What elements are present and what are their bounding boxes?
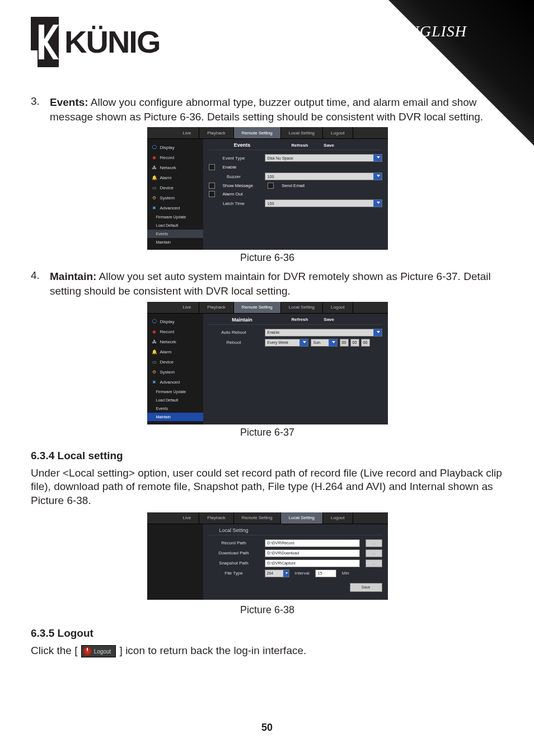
chevron-down-icon	[377, 156, 380, 158]
select-file-type[interactable]: 264	[265, 570, 289, 577]
sidebar-subitem-load-default[interactable]: Load Default	[147, 221, 203, 230]
tab-live[interactable]: Live	[175, 512, 200, 524]
sidebar-item-alarm[interactable]: 🔔Alarm	[147, 347, 203, 357]
figure-caption: Picture 6-36	[31, 252, 504, 264]
device-icon: ▭	[152, 185, 157, 190]
sidebar-item-system[interactable]: ⚙System	[147, 193, 203, 203]
input-snapshot-path[interactable]: D:\DVR\Capture	[265, 559, 360, 567]
logout-text-post: ] icon to return back the log-in interfa…	[120, 645, 307, 656]
tab-remote-setting[interactable]: Remote Setting	[234, 302, 281, 313]
panel-title: Maintain	[209, 317, 276, 323]
monitor-icon: 🖵	[152, 319, 157, 325]
screenshot-maintain-settings: Live Playback Remote Setting Local Setti…	[147, 302, 388, 424]
label-file-type: File Type	[209, 571, 259, 576]
browse-button-snapshot[interactable]: ...	[366, 559, 382, 567]
network-icon: 🖧	[152, 165, 157, 170]
tab-live[interactable]: Live	[175, 127, 200, 138]
input-interval[interactable]: 15	[315, 570, 336, 577]
tab-logout[interactable]: Logout	[323, 512, 353, 524]
chevron-down-icon	[377, 331, 380, 333]
logout-paragraph: Click the [ Logout ] icon to return back…	[31, 644, 504, 658]
tab-logout[interactable]: Logout	[323, 127, 353, 138]
refresh-button[interactable]: Refresh	[292, 143, 308, 148]
sidebar-item-network[interactable]: 🖧Network	[147, 337, 203, 347]
events-panel: Events Refresh Save Event Type Disk No S…	[203, 139, 388, 250]
tab-remote-setting[interactable]: Remote Setting	[234, 512, 281, 524]
brand-logo-mark	[31, 17, 59, 67]
screenshot-tab-bar: Live Playback Remote Setting Local Setti…	[147, 127, 388, 139]
sidebar-subitem-maintain[interactable]: Maintain	[147, 413, 203, 421]
label-enable: Enable	[223, 165, 237, 170]
refresh-button[interactable]: Refresh	[292, 317, 308, 322]
select-reboot-day[interactable]: Sun.	[311, 339, 338, 347]
sidebar-item-network[interactable]: 🖧Network	[147, 162, 203, 172]
tab-remote-setting[interactable]: Remote Setting	[234, 127, 281, 138]
label-auto-reboot: Auto Reboot	[209, 330, 259, 335]
browse-button-record[interactable]: ...	[366, 539, 382, 547]
sidebar-subitem-firmware[interactable]: Firmware Update	[147, 388, 203, 396]
screenshot-local-setting: Live Playback Remote Setting Local Setti…	[147, 512, 388, 600]
local-setting-panel: Local Setting Record Path D:\DVR\Record …	[203, 524, 388, 600]
tab-local-setting[interactable]: Local Setting	[281, 302, 323, 313]
screenshot-tab-bar: Live Playback Remote Setting Local Setti…	[147, 512, 388, 524]
language-label: ENGLISH	[399, 22, 467, 40]
label-record-path: Record Path	[209, 540, 259, 545]
tab-local-setting[interactable]: Local Setting	[281, 127, 323, 138]
input-download-path[interactable]: D:\DVR\Download	[265, 549, 360, 557]
logout-icon-button[interactable]: Logout	[81, 645, 116, 657]
select-auto-reboot[interactable]: Enable	[265, 329, 382, 337]
tab-playback[interactable]: Playback	[199, 302, 233, 313]
sidebar-item-record[interactable]: ◉Record	[147, 152, 203, 162]
checkbox-send-email[interactable]	[268, 183, 274, 189]
chevron-down-icon	[377, 175, 380, 177]
save-button[interactable]: Save	[324, 143, 334, 148]
input-minute[interactable]: 00	[350, 339, 359, 347]
sidebar-item-system[interactable]: ⚙System	[147, 367, 203, 377]
sidebar-item-display[interactable]: 🖵Display	[147, 317, 203, 327]
sidebar-item-advanced[interactable]: ✖Advanced	[147, 377, 203, 388]
list-item-label: Maintain:	[50, 270, 96, 282]
label-event-type: Event Type	[209, 156, 259, 161]
label-snapshot-path: Snapshot Path	[209, 561, 259, 566]
input-record-path[interactable]: D:\DVR\Record	[265, 539, 360, 547]
tab-logout[interactable]: Logout	[323, 302, 353, 313]
sidebar-subitem-maintain[interactable]: Maintain	[147, 238, 203, 246]
browse-button-download[interactable]: ...	[366, 549, 382, 557]
list-item-body: Allow you configure abnormal type, buzze…	[50, 96, 483, 123]
save-button[interactable]: Save	[350, 583, 382, 592]
select-reboot-period[interactable]: Every Week	[265, 339, 308, 347]
select-latch-time[interactable]: 10S	[265, 199, 382, 207]
checkbox-alarm-out[interactable]	[209, 191, 215, 197]
sidebar-item-alarm[interactable]: 🔔Alarm	[147, 172, 203, 183]
select-buzzer[interactable]: 10S	[265, 172, 382, 180]
label-buzzer: Buzzer	[209, 174, 259, 179]
tab-playback[interactable]: Playback	[199, 127, 233, 138]
input-second[interactable]: 00	[361, 339, 370, 347]
save-button[interactable]: Save	[324, 317, 334, 322]
section-heading-logout: 6.3.5 Logout	[31, 627, 504, 640]
chevron-down-icon	[332, 341, 335, 343]
sidebar-subitem-events[interactable]: Events	[147, 404, 203, 413]
sidebar-item-display[interactable]: 🖵Display	[147, 142, 203, 152]
select-event-type[interactable]: Disk No Space	[265, 154, 382, 162]
brand-logo-wordmark: KÜNIG	[64, 26, 160, 58]
label-download-path: Download Path	[209, 550, 259, 556]
checkbox-enable[interactable]	[209, 164, 215, 170]
sidebar-subitem-events[interactable]: Events	[147, 230, 203, 238]
sidebar-subitem-firmware[interactable]: Firmware Update	[147, 213, 203, 221]
sidebar-subitem-load-default[interactable]: Load Default	[147, 396, 203, 404]
checkbox-show-message[interactable]	[209, 183, 215, 189]
brand-logo: KÜNIG	[31, 17, 160, 67]
screenshot-tab-bar: Live Playback Remote Setting Local Setti…	[147, 302, 388, 314]
sidebar-item-record[interactable]: ◉Record	[147, 327, 203, 337]
tab-playback[interactable]: Playback	[199, 512, 233, 524]
tab-local-setting[interactable]: Local Setting	[281, 512, 323, 524]
input-hour[interactable]: 00	[340, 339, 349, 347]
list-number: 3.	[31, 95, 42, 124]
sidebar-item-device[interactable]: ▭Device	[147, 357, 203, 367]
sidebar-item-advanced[interactable]: ✖Advanced	[147, 203, 203, 213]
panel-title: Events	[209, 142, 276, 148]
tab-live[interactable]: Live	[175, 302, 200, 313]
sidebar-item-device[interactable]: ▭Device	[147, 183, 203, 193]
chevron-down-icon	[285, 572, 288, 574]
